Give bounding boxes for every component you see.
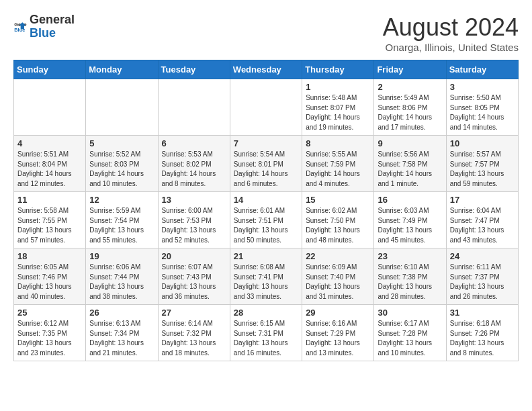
weekday-header-wednesday: Wednesday [230, 60, 302, 79]
day-number: 29 [306, 308, 370, 318]
calendar-cell: 30Sunrise: 6:17 AM Sunset: 7:28 PM Dayli… [374, 305, 446, 361]
day-number: 25 [17, 308, 82, 318]
calendar-cell: 18Sunrise: 6:05 AM Sunset: 7:46 PM Dayli… [14, 248, 86, 305]
calendar-cell: 1Sunrise: 5:48 AM Sunset: 8:07 PM Daylig… [302, 79, 374, 136]
calendar-cell [14, 79, 86, 136]
logo-icon: General Blue [13, 20, 27, 34]
calendar-cell: 24Sunrise: 6:11 AM Sunset: 7:37 PM Dayli… [446, 248, 518, 305]
day-info: Sunrise: 6:04 AM Sunset: 7:47 PM Dayligh… [450, 206, 515, 245]
calendar-cell [230, 79, 302, 136]
calendar-week-row: 11Sunrise: 5:58 AM Sunset: 7:55 PM Dayli… [14, 192, 519, 248]
day-info: Sunrise: 6:16 AM Sunset: 7:29 PM Dayligh… [306, 319, 370, 358]
day-info: Sunrise: 6:10 AM Sunset: 7:38 PM Dayligh… [378, 263, 442, 302]
calendar-cell: 5Sunrise: 5:52 AM Sunset: 8:03 PM Daylig… [86, 136, 158, 192]
calendar-header-row: SundayMondayTuesdayWednesdayThursdayFrid… [14, 60, 519, 79]
weekday-header-monday: Monday [86, 60, 158, 79]
day-info: Sunrise: 6:00 AM Sunset: 7:53 PM Dayligh… [162, 206, 226, 245]
day-number: 1 [306, 82, 370, 92]
calendar-table: SundayMondayTuesdayWednesdayThursdayFrid… [13, 60, 519, 361]
day-info: Sunrise: 6:07 AM Sunset: 7:43 PM Dayligh… [162, 263, 226, 302]
calendar-week-row: 1Sunrise: 5:48 AM Sunset: 8:07 PM Daylig… [14, 79, 519, 136]
calendar-cell: 11Sunrise: 5:58 AM Sunset: 7:55 PM Dayli… [14, 192, 86, 248]
day-number: 6 [162, 138, 226, 148]
day-info: Sunrise: 6:06 AM Sunset: 7:44 PM Dayligh… [89, 263, 154, 302]
day-number: 3 [450, 82, 515, 92]
day-info: Sunrise: 5:50 AM Sunset: 8:05 PM Dayligh… [450, 93, 515, 132]
calendar-cell: 20Sunrise: 6:07 AM Sunset: 7:43 PM Dayli… [158, 248, 230, 305]
day-number: 23 [378, 251, 442, 261]
calendar-cell: 16Sunrise: 6:03 AM Sunset: 7:49 PM Dayli… [374, 192, 446, 248]
day-number: 10 [450, 138, 515, 148]
day-info: Sunrise: 6:08 AM Sunset: 7:41 PM Dayligh… [234, 263, 298, 302]
day-info: Sunrise: 5:53 AM Sunset: 8:02 PM Dayligh… [162, 150, 226, 189]
calendar-cell: 25Sunrise: 6:12 AM Sunset: 7:35 PM Dayli… [14, 305, 86, 361]
day-number: 22 [306, 251, 370, 261]
day-number: 12 [89, 195, 154, 205]
day-info: Sunrise: 6:11 AM Sunset: 7:37 PM Dayligh… [450, 263, 515, 302]
day-info: Sunrise: 6:14 AM Sunset: 7:32 PM Dayligh… [162, 319, 226, 358]
day-info: Sunrise: 6:05 AM Sunset: 7:46 PM Dayligh… [17, 263, 82, 302]
logo-general-text: General [30, 13, 75, 26]
title-area: August 2024 Onarga, Illinois, United Sta… [383, 13, 519, 53]
day-info: Sunrise: 5:55 AM Sunset: 7:59 PM Dayligh… [306, 150, 370, 189]
day-number: 15 [306, 195, 370, 205]
day-number: 28 [234, 308, 298, 318]
day-info: Sunrise: 5:48 AM Sunset: 8:07 PM Dayligh… [306, 93, 370, 132]
day-info: Sunrise: 6:02 AM Sunset: 7:50 PM Dayligh… [306, 206, 370, 245]
day-info: Sunrise: 5:57 AM Sunset: 7:57 PM Dayligh… [450, 150, 515, 189]
calendar-cell: 10Sunrise: 5:57 AM Sunset: 7:57 PM Dayli… [446, 136, 518, 192]
day-number: 26 [89, 308, 154, 318]
calendar-week-row: 18Sunrise: 6:05 AM Sunset: 7:46 PM Dayli… [14, 248, 519, 305]
calendar-cell: 2Sunrise: 5:49 AM Sunset: 8:06 PM Daylig… [374, 79, 446, 136]
logo: General Blue General Blue [13, 13, 75, 40]
calendar-cell: 26Sunrise: 6:13 AM Sunset: 7:34 PM Dayli… [86, 305, 158, 361]
calendar-cell: 15Sunrise: 6:02 AM Sunset: 7:50 PM Dayli… [302, 192, 374, 248]
calendar-cell: 7Sunrise: 5:54 AM Sunset: 8:01 PM Daylig… [230, 136, 302, 192]
day-info: Sunrise: 5:54 AM Sunset: 8:01 PM Dayligh… [234, 150, 298, 189]
weekday-header-friday: Friday [374, 60, 446, 79]
day-info: Sunrise: 5:56 AM Sunset: 7:58 PM Dayligh… [378, 150, 442, 189]
day-number: 14 [234, 195, 298, 205]
day-info: Sunrise: 6:03 AM Sunset: 7:49 PM Dayligh… [378, 206, 442, 245]
location-subtitle: Onarga, Illinois, United States [383, 42, 519, 53]
calendar-cell: 19Sunrise: 6:06 AM Sunset: 7:44 PM Dayli… [86, 248, 158, 305]
calendar-cell: 27Sunrise: 6:14 AM Sunset: 7:32 PM Dayli… [158, 305, 230, 361]
day-number: 16 [378, 195, 442, 205]
day-info: Sunrise: 6:18 AM Sunset: 7:26 PM Dayligh… [450, 319, 515, 358]
day-info: Sunrise: 6:12 AM Sunset: 7:35 PM Dayligh… [17, 319, 82, 358]
day-number: 27 [162, 308, 226, 318]
calendar-cell: 8Sunrise: 5:55 AM Sunset: 7:59 PM Daylig… [302, 136, 374, 192]
weekday-header-saturday: Saturday [446, 60, 518, 79]
calendar-week-row: 4Sunrise: 5:51 AM Sunset: 8:04 PM Daylig… [14, 136, 519, 192]
calendar-cell: 6Sunrise: 5:53 AM Sunset: 8:02 PM Daylig… [158, 136, 230, 192]
calendar-cell: 12Sunrise: 5:59 AM Sunset: 7:54 PM Dayli… [86, 192, 158, 248]
day-info: Sunrise: 5:51 AM Sunset: 8:04 PM Dayligh… [17, 150, 82, 189]
calendar-cell: 9Sunrise: 5:56 AM Sunset: 7:58 PM Daylig… [374, 136, 446, 192]
day-info: Sunrise: 6:15 AM Sunset: 7:31 PM Dayligh… [234, 319, 298, 358]
weekday-header-tuesday: Tuesday [158, 60, 230, 79]
day-number: 30 [378, 308, 442, 318]
day-number: 4 [17, 138, 82, 148]
day-number: 9 [378, 138, 442, 148]
weekday-header-sunday: Sunday [14, 60, 86, 79]
day-info: Sunrise: 5:58 AM Sunset: 7:55 PM Dayligh… [17, 206, 82, 245]
day-number: 20 [162, 251, 226, 261]
day-info: Sunrise: 5:59 AM Sunset: 7:54 PM Dayligh… [89, 206, 154, 245]
day-number: 31 [450, 308, 515, 318]
day-info: Sunrise: 6:13 AM Sunset: 7:34 PM Dayligh… [89, 319, 154, 358]
day-number: 7 [234, 138, 298, 148]
calendar-cell: 13Sunrise: 6:00 AM Sunset: 7:53 PM Dayli… [158, 192, 230, 248]
main-title: August 2024 [383, 13, 519, 42]
day-number: 11 [17, 195, 82, 205]
day-info: Sunrise: 6:17 AM Sunset: 7:28 PM Dayligh… [378, 319, 442, 358]
calendar-cell: 28Sunrise: 6:15 AM Sunset: 7:31 PM Dayli… [230, 305, 302, 361]
day-number: 18 [17, 251, 82, 261]
day-info: Sunrise: 6:01 AM Sunset: 7:51 PM Dayligh… [234, 206, 298, 245]
day-number: 5 [89, 138, 154, 148]
calendar-cell [158, 79, 230, 136]
calendar-cell: 14Sunrise: 6:01 AM Sunset: 7:51 PM Dayli… [230, 192, 302, 248]
day-number: 19 [89, 251, 154, 261]
day-number: 8 [306, 138, 370, 148]
page-header: General Blue General Blue August 2024 On… [13, 13, 519, 53]
calendar-cell: 21Sunrise: 6:08 AM Sunset: 7:41 PM Dayli… [230, 248, 302, 305]
